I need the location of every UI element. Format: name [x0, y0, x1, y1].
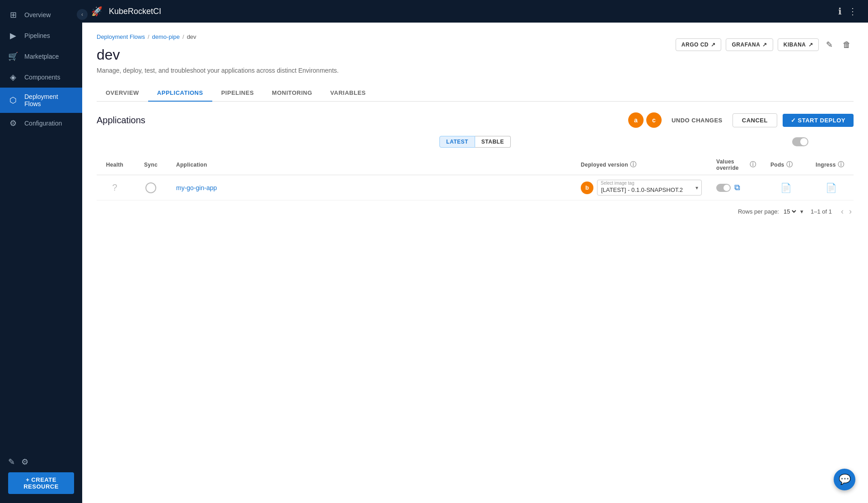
- pagination-next-button[interactable]: ›: [847, 206, 854, 217]
- cell-deployed-version: b Select image tag [LATEST] - 0.1.0-SNAP…: [574, 175, 709, 200]
- tab-applications[interactable]: APPLICATIONS: [148, 85, 212, 102]
- edit-icon[interactable]: ✎: [8, 457, 15, 467]
- kibana-label: KIBANA: [784, 42, 806, 48]
- latest-stable-toggle: LATEST STABLE: [439, 136, 511, 148]
- sidebar-item-deployment-flows[interactable]: ⬡ Deployment Flows: [0, 88, 82, 113]
- rows-per-page: Rows per page: 15 ▾: [738, 208, 803, 215]
- deployment-flows-icon: ⬡: [8, 95, 18, 105]
- cell-pods: 📄: [763, 175, 808, 200]
- ingress-info-icon[interactable]: ⓘ: [838, 161, 844, 169]
- values-external-link-icon[interactable]: ⧉: [734, 183, 740, 192]
- sidebar-bottom: ✎ ⚙ + CREATE RESOURCE: [0, 452, 82, 503]
- chat-fab-button[interactable]: 💬: [834, 469, 855, 490]
- delete-page-button[interactable]: 🗑: [840, 38, 854, 51]
- avatar-a: a: [628, 112, 644, 128]
- values-override-info-icon[interactable]: ⓘ: [750, 161, 756, 169]
- col-values-override: Values override ⓘ: [709, 155, 763, 175]
- pagination-row: Rows per page: 15 ▾ 1–1 of 1 ‹ ›: [97, 200, 854, 219]
- pods-file-icon[interactable]: 📄: [780, 182, 792, 193]
- cell-health: ?: [97, 175, 133, 200]
- edit-page-button[interactable]: ✎: [823, 38, 835, 51]
- col-health: Health: [97, 155, 133, 175]
- application-link[interactable]: my-go-gin-app: [176, 184, 217, 191]
- applications-section-title: Applications: [97, 115, 145, 126]
- more-options-icon[interactable]: ⋮: [846, 4, 859, 19]
- rows-per-page-label: Rows per page:: [738, 208, 779, 215]
- tab-variables[interactable]: VARIABLES: [321, 85, 375, 102]
- toggle-switch-container: [792, 137, 808, 146]
- image-tag-container: b Select image tag [LATEST] - 0.1.0-SNAP…: [581, 180, 702, 196]
- settings-icon[interactable]: ⚙: [21, 457, 28, 467]
- tab-overview[interactable]: OVERVIEW: [97, 85, 148, 102]
- sidebar-item-configuration[interactable]: ⚙ Configuration: [0, 113, 82, 134]
- page-subtitle: Manage, deploy, test, and troubleshoot y…: [97, 67, 854, 74]
- breadcrumb-sep-2: /: [182, 33, 184, 40]
- health-status-icon[interactable]: ?: [104, 182, 126, 193]
- sidebar-item-pipelines[interactable]: ▶ Pipelines: [0, 25, 82, 46]
- breadcrumb-current: dev: [187, 33, 196, 40]
- table-row: ? my-go-gin-app: [97, 175, 854, 200]
- col-ingress: Ingress ⓘ: [808, 155, 854, 175]
- applications-table: Health Sync Application Deployed version…: [97, 155, 854, 200]
- rows-select-chevron: ▾: [800, 208, 803, 215]
- pagination-prev-button[interactable]: ‹: [839, 206, 845, 217]
- rows-per-page-select[interactable]: 15: [782, 208, 798, 215]
- pagination-total: of 1: [822, 208, 832, 215]
- start-deploy-button[interactable]: ✓ START DEPLOY: [783, 114, 854, 127]
- deployed-version-info-icon[interactable]: ⓘ: [630, 161, 636, 169]
- cell-application: my-go-gin-app: [169, 175, 574, 200]
- latest-button[interactable]: LATEST: [439, 136, 475, 148]
- stable-button[interactable]: STABLE: [475, 136, 511, 148]
- app-name: KubeRocketCI: [109, 7, 832, 16]
- sidebar-item-label-components: Components: [24, 74, 60, 81]
- sidebar-item-marketplace[interactable]: 🛒 Marketplace: [0, 46, 82, 67]
- content-area: Deployment Flows / demo-pipe / dev dev A…: [82, 23, 868, 503]
- undo-changes-button[interactable]: UNDO CHANGES: [667, 114, 727, 127]
- avatar-c: c: [646, 112, 662, 128]
- values-toggle: ⧉: [716, 183, 756, 192]
- table-header-row: Health Sync Application Deployed version…: [97, 155, 854, 175]
- sidebar-item-overview[interactable]: ⊞ Overview: [0, 5, 82, 25]
- ingress-file-icon[interactable]: 📄: [826, 182, 837, 193]
- pagination-buttons: ‹ ›: [839, 206, 854, 217]
- sidebar-item-components[interactable]: ◈ Components: [0, 67, 82, 88]
- section-header: Applications a c UNDO CHANGES CANCEL ✓ S…: [97, 112, 854, 128]
- breadcrumb-demo-pipe[interactable]: demo-pipe: [152, 33, 180, 40]
- marketplace-icon: 🛒: [8, 51, 18, 61]
- create-resource-button[interactable]: + CREATE RESOURCE: [8, 472, 74, 494]
- col-application: Application: [169, 155, 574, 175]
- page-header: dev: [97, 47, 196, 63]
- image-tag-select-wrapper: Select image tag [LATEST] - 0.1.0-SNAPSH…: [597, 180, 702, 196]
- components-icon: ◈: [8, 72, 18, 82]
- cell-sync: [133, 175, 169, 200]
- argo-cd-button[interactable]: ARGO CD ↗: [676, 38, 722, 51]
- sidebar-item-label-marketplace: Marketplace: [24, 53, 59, 60]
- tab-pipelines[interactable]: PIPELINES: [212, 85, 263, 102]
- tag-toggle-row: LATEST STABLE: [97, 136, 854, 148]
- tab-monitoring[interactable]: MONITORING: [263, 85, 321, 102]
- sidebar-collapse-button[interactable]: ‹: [77, 9, 88, 20]
- pipelines-icon: ▶: [8, 31, 18, 41]
- topbar: 🚀 KubeRocketCI ℹ ⋮: [82, 0, 868, 23]
- pods-info-icon[interactable]: ⓘ: [786, 161, 793, 169]
- info-icon[interactable]: ℹ: [836, 4, 844, 19]
- breadcrumb-sep-1: /: [148, 33, 149, 40]
- override-toggle-switch[interactable]: [792, 137, 808, 146]
- argo-cd-label: ARGO CD: [681, 42, 709, 48]
- sidebar-bottom-icons: ✎ ⚙: [8, 457, 74, 467]
- app-logo: 🚀: [91, 6, 103, 17]
- kibana-button[interactable]: KIBANA ↗: [778, 38, 819, 51]
- cancel-button[interactable]: CANCEL: [733, 113, 777, 127]
- tabs: OVERVIEW APPLICATIONS PIPELINES MONITORI…: [97, 85, 854, 102]
- sync-status-icon: [145, 182, 156, 193]
- configuration-icon: ⚙: [8, 118, 18, 128]
- values-override-toggle[interactable]: [716, 184, 731, 192]
- cell-values-override: ⧉: [709, 175, 763, 200]
- grafana-button[interactable]: GRAFANA ↗: [726, 38, 773, 51]
- breadcrumb: Deployment Flows / demo-pipe / dev: [97, 33, 196, 40]
- sidebar-item-label-deployment-flows: Deployment Flows: [24, 93, 74, 107]
- breadcrumb-deployment-flows[interactable]: Deployment Flows: [97, 33, 145, 40]
- pagination-info: 1–1 of 1: [811, 208, 832, 215]
- sidebar-nav: ⊞ Overview ▶ Pipelines 🛒 Marketplace ◈ C…: [0, 0, 82, 452]
- col-pods: Pods ⓘ: [763, 155, 808, 175]
